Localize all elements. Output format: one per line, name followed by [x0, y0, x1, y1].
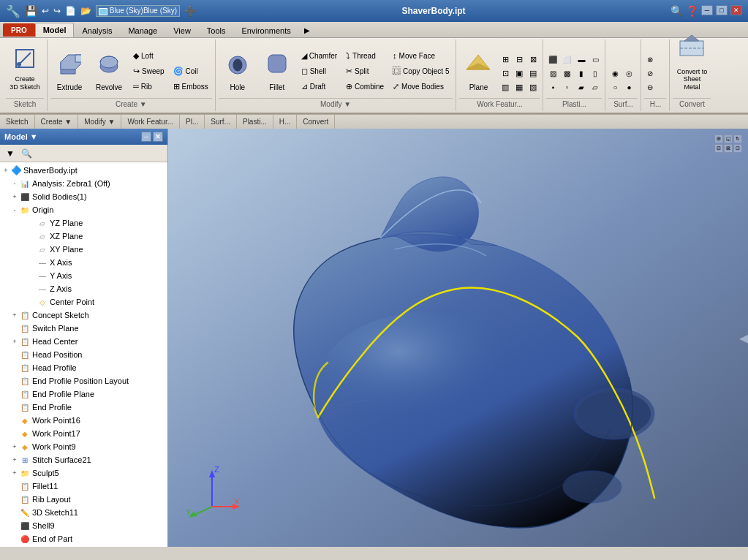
- panel-minimize[interactable]: ─: [141, 132, 151, 142]
- surf-btn3[interactable]: ○: [608, 80, 622, 94]
- expand-sculpt5[interactable]: +: [10, 469, 19, 477]
- expand-root[interactable]: +: [1, 166, 10, 175]
- pl-btn1[interactable]: ⬛: [546, 53, 559, 66]
- footer-h[interactable]: H...: [273, 115, 298, 129]
- wf-btn7[interactable]: ▥: [499, 80, 512, 94]
- pl-btn11[interactable]: ▰: [575, 80, 588, 94]
- qat-redo[interactable]: ↪: [53, 6, 61, 16]
- tab-view[interactable]: View: [165, 23, 199, 37]
- tree-item-concept-sketch[interactable]: + 📋 Concept Sketch: [0, 309, 167, 322]
- qat-undo[interactable]: ↩: [42, 6, 49, 16]
- tree-item-rib-layout[interactable]: 📋 Rib Layout: [0, 493, 167, 506]
- help-btn[interactable]: ❓: [686, 5, 698, 17]
- h-btn1[interactable]: ⊗: [644, 53, 656, 66]
- tree-item-head-position[interactable]: 📋 Head Position: [0, 348, 167, 361]
- surf-btn2[interactable]: ◎: [622, 67, 635, 80]
- footer-modify[interactable]: Modify ▼: [78, 115, 121, 129]
- footer-surf[interactable]: Surf...: [205, 115, 237, 129]
- view-nav-btn1[interactable]: ⊞: [714, 135, 723, 143]
- sweep-button[interactable]: ↪Sweep: [129, 64, 168, 78]
- tree-item-y-axis[interactable]: — Y Axis: [0, 269, 167, 282]
- tree-item-head-profile[interactable]: 📋 Head Profile: [0, 361, 167, 374]
- footer-work-features[interactable]: Work Featur...: [121, 115, 180, 129]
- pl-btn4[interactable]: ▩: [560, 67, 573, 80]
- pl-btn8[interactable]: ▭: [589, 53, 602, 66]
- view-nav-btn2[interactable]: ◱: [724, 135, 733, 143]
- tab-analysis[interactable]: Analysis: [74, 23, 120, 37]
- create-sketch-button[interactable]: Create3D Sketch: [6, 41, 44, 94]
- 3d-viewport[interactable]: Z X Y ◀ ⊞ ◱ ↻ ⊟ ⊠ ⊡: [168, 129, 748, 547]
- pl-btn5[interactable]: ▪: [546, 80, 559, 94]
- plane-button[interactable]: Plane: [459, 41, 497, 94]
- expand-concept-sketch[interactable]: +: [10, 311, 19, 319]
- draft-button[interactable]: ⊿Draft: [298, 79, 341, 94]
- tree-item-origin[interactable]: - 📁 Origin: [0, 203, 167, 216]
- expand-analysis[interactable]: -: [10, 179, 19, 188]
- footer-create[interactable]: Create ▼: [35, 115, 79, 129]
- pl-btn7[interactable]: ▬: [575, 53, 588, 66]
- convert-sheet-metal-button[interactable]: Convert toSheet Metal: [673, 41, 711, 94]
- tree-item-root[interactable]: + 🔷 ShaverBody.ipt: [0, 164, 167, 177]
- color-indicator[interactable]: Blue (Sky)Blue (Sky): [96, 5, 180, 16]
- tree-item-xz-plane[interactable]: ▱ XZ Plane: [0, 230, 167, 243]
- rib-button[interactable]: ═Rib: [129, 79, 168, 94]
- pl-btn10[interactable]: ▯: [589, 67, 602, 80]
- wf-btn9[interactable]: ▧: [526, 80, 540, 94]
- hole-button[interactable]: Hole: [219, 41, 257, 94]
- pl-btn6[interactable]: ▫: [560, 80, 573, 94]
- tab-extra[interactable]: ▶: [299, 23, 315, 37]
- wf-btn2[interactable]: ⊟: [513, 53, 526, 66]
- tree-item-3d-sketch11[interactable]: ✏️ 3D Sketch11: [0, 506, 167, 519]
- wf-btn6[interactable]: ▤: [526, 67, 540, 80]
- tree-item-shell9[interactable]: ⬛ Shell9: [0, 519, 167, 532]
- filter-button[interactable]: ▼: [3, 147, 18, 160]
- combine-button[interactable]: ⊕Combine: [342, 79, 388, 94]
- tree-item-head-center[interactable]: + 📋 Head Center: [0, 335, 167, 348]
- panel-close[interactable]: ✕: [153, 132, 163, 142]
- chamfer-button[interactable]: ◢Chamfer: [298, 48, 341, 63]
- viewport-expand-arrow[interactable]: ◀: [739, 331, 748, 345]
- tab-model[interactable]: Model: [35, 23, 75, 37]
- wf-btn1[interactable]: ⊞: [499, 53, 512, 66]
- tab-manage[interactable]: Manage: [120, 23, 165, 37]
- tree-item-end-profile-pos[interactable]: 📋 End Profile Position Layout: [0, 374, 167, 387]
- tree-item-end-profile[interactable]: 📋 End Profile: [0, 401, 167, 414]
- minimize-button[interactable]: ─: [701, 5, 713, 15]
- footer-pl[interactable]: Pl...: [180, 115, 205, 129]
- expand-stitch-surface[interactable]: +: [10, 455, 19, 464]
- qat-open[interactable]: 📂: [80, 6, 91, 16]
- tree-item-z-axis[interactable]: — Z Axis: [0, 282, 167, 295]
- view-nav-btn4[interactable]: ⊟: [714, 144, 723, 153]
- tree-item-work-point16[interactable]: ◆ Work Point16: [0, 414, 167, 427]
- tree-item-stitch-surface[interactable]: + ⊞ Stitch Surface21: [0, 453, 167, 466]
- footer-sketch[interactable]: Sketch: [0, 115, 35, 129]
- maximize-button[interactable]: □: [716, 5, 728, 15]
- expand-work-point9[interactable]: +: [10, 442, 19, 451]
- wf-btn8[interactable]: ▦: [513, 80, 526, 94]
- tree-item-work-point9[interactable]: + ◆ Work Point9: [0, 440, 167, 453]
- tree-item-end-of-part[interactable]: 🔴 End of Part: [0, 532, 167, 545]
- view-nav-btn5[interactable]: ⊠: [724, 144, 733, 153]
- coil-button[interactable]: 🌀Coil: [170, 64, 212, 78]
- tab-pro[interactable]: PRO: [3, 23, 35, 37]
- emboss-button[interactable]: ⊞Emboss: [170, 79, 212, 94]
- tree-item-switch-plane[interactable]: 📋 Switch Plane: [0, 322, 167, 335]
- wf-btn3[interactable]: ⊠: [526, 53, 540, 66]
- fillet-button[interactable]: Fillet: [258, 41, 296, 94]
- qat-new[interactable]: 📄: [65, 6, 76, 16]
- pl-btn2[interactable]: ⬜: [560, 53, 573, 66]
- footer-convert[interactable]: Convert: [297, 115, 335, 129]
- view-nav-btn6[interactable]: ⊡: [733, 144, 742, 153]
- pl-btn9[interactable]: ▮: [575, 67, 588, 80]
- tree-item-work-point17[interactable]: ◆ Work Point17: [0, 427, 167, 440]
- tree-item-yz-plane[interactable]: ▱ YZ Plane: [0, 216, 167, 230]
- search-button[interactable]: 🔍: [19, 147, 34, 160]
- tree-item-center-point[interactable]: ◇ Center Point: [0, 295, 167, 309]
- add-color[interactable]: ➕: [184, 5, 197, 17]
- pl-btn3[interactable]: ▨: [546, 67, 559, 80]
- shell-button[interactable]: ◻Shell: [298, 64, 341, 78]
- expand-origin[interactable]: -: [10, 205, 19, 214]
- expand-solid-bodies[interactable]: +: [10, 192, 19, 201]
- close-button[interactable]: ✕: [730, 5, 742, 15]
- qat-save[interactable]: 💾: [25, 5, 37, 17]
